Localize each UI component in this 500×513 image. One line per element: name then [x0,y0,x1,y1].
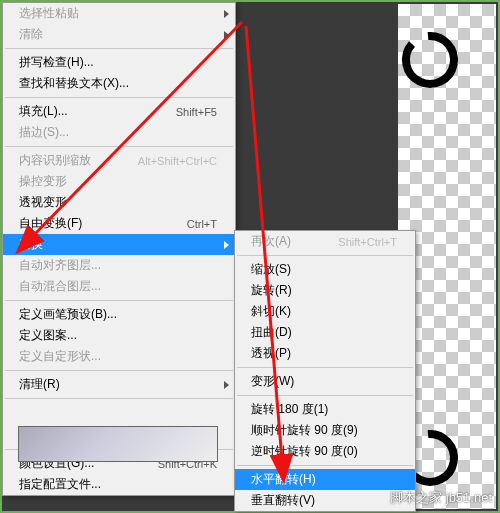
edit-menu-item[interactable]: 指定配置文件... [3,474,235,495]
menu-item-label: 缩放(S) [251,261,397,278]
menu-item-label: 查找和替换文本(X)... [19,75,217,92]
gradient-preview [18,426,218,462]
menu-item-shortcut: Shift+Ctrl+T [338,236,397,248]
menu-item-label: 描边(S)... [19,124,217,141]
menu-item-label: 自动混合图层... [19,278,217,295]
menu-item-label: 自由变换(F) [19,215,179,232]
transform-menu-item[interactable]: 顺时针旋转 90 度(9) [235,420,415,441]
edit-menu-item: 自动对齐图层... [3,255,235,276]
menu-item-label: 选择性粘贴 [19,5,217,22]
menu-item-label: 自动对齐图层... [19,257,217,274]
menu-item-shortcut: Shift+F5 [176,106,217,118]
transform-menu-item[interactable]: 旋转 180 度(1) [235,399,415,420]
submenu-arrow-icon [224,381,229,389]
menu-item-label: 透视(P) [251,345,397,362]
menu-item-label: 变形(W) [251,373,397,390]
edit-menu-item: 描边(S)... [3,122,235,143]
submenu-arrow-icon [224,31,229,39]
edit-menu-item: 自动混合图层... [3,276,235,297]
transform-menu-item[interactable]: 变形(W) [235,371,415,392]
transform-menu-item[interactable]: 逆时针旋转 90 度(0) [235,441,415,462]
menu-item-label: 操控变形 [19,173,217,190]
menu-item-label: 填充(L)... [19,103,168,120]
menu-item-label: 顺时针旋转 90 度(9) [251,422,397,439]
menu-item-label: 透视变形 [19,194,217,211]
menu-separator [5,398,233,399]
menu-separator [237,367,413,368]
transform-menu-item[interactable]: 旋转(R) [235,280,415,301]
edit-menu-item[interactable]: 变换 [3,234,235,255]
transform-menu-item[interactable]: 缩放(S) [235,259,415,280]
menu-item-label: 旋转 180 度(1) [251,401,397,418]
transform-menu-item[interactable]: 斜切(K) [235,301,415,322]
transform-menu-item: 再次(A)Shift+Ctrl+T [235,231,415,252]
edit-menu-item: 操控变形 [3,171,235,192]
menu-item-label: 拼写检查(H)... [19,54,217,71]
edit-menu-item: 选择性粘贴 [3,3,235,24]
edit-menu-item: 内容识别缩放Alt+Shift+Ctrl+C [3,150,235,171]
menu-item-label: 旋转(R) [251,282,397,299]
menu-item-label: 变换 [19,236,217,253]
edit-menu-item[interactable]: 自由变换(F)Ctrl+T [3,213,235,234]
menu-item-label: 内容识别缩放 [19,152,130,169]
menu-item-shortcut: Alt+Shift+Ctrl+C [138,155,217,167]
edit-menu-item: 清除 [3,24,235,45]
menu-separator [5,97,233,98]
edit-context-menu: 选择性粘贴清除拼写检查(H)...查找和替换文本(X)...填充(L)...Sh… [2,2,236,496]
watermark: 脚本之家 jb51.net [390,489,492,507]
menu-item-label: 斜切(K) [251,303,397,320]
transform-menu-item[interactable]: 透视(P) [235,343,415,364]
menu-item-label: 定义自定形状... [19,348,217,365]
menu-item-label: 清除 [19,26,217,43]
menu-item-label: 垂直翻转(V) [251,492,397,509]
submenu-arrow-icon [224,10,229,18]
transform-submenu: 再次(A)Shift+Ctrl+T缩放(S)旋转(R)斜切(K)扭曲(D)透视(… [234,230,416,512]
menu-item-shortcut: Ctrl+T [187,218,217,230]
edit-menu-item[interactable]: 定义画笔预设(B)... [3,304,235,325]
edit-menu-item[interactable]: 拼写检查(H)... [3,52,235,73]
menu-item-label: 再次(A) [251,233,330,250]
edit-menu-item[interactable]: 透视变形 [3,192,235,213]
transform-menu-item[interactable]: 水平翻转(H) [235,469,415,490]
edit-menu-item[interactable]: 定义图案... [3,325,235,346]
menu-item-label: 水平翻转(H) [251,471,397,488]
submenu-arrow-icon [224,241,229,249]
menu-separator [5,48,233,49]
menu-separator [237,465,413,466]
menu-item-label: 定义画笔预设(B)... [19,306,217,323]
menu-item-label: 定义图案... [19,327,217,344]
menu-separator [5,146,233,147]
transform-menu-item[interactable]: 扭曲(D) [235,322,415,343]
menu-separator [237,395,413,396]
menu-item-label: 扭曲(D) [251,324,397,341]
edit-menu-item[interactable]: 填充(L)...Shift+F5 [3,101,235,122]
menu-item-label: 清理(R) [19,376,217,393]
edit-menu-item: 定义自定形状... [3,346,235,367]
edit-menu-item[interactable]: 清理(R) [3,374,235,395]
menu-item-label: 逆时针旋转 90 度(0) [251,443,397,460]
edit-menu-item[interactable]: 查找和替换文本(X)... [3,73,235,94]
menu-separator [5,300,233,301]
menu-separator [237,255,413,256]
menu-item-label: 指定配置文件... [19,476,217,493]
transform-menu-item[interactable]: 垂直翻转(V) [235,490,415,511]
menu-separator [5,370,233,371]
